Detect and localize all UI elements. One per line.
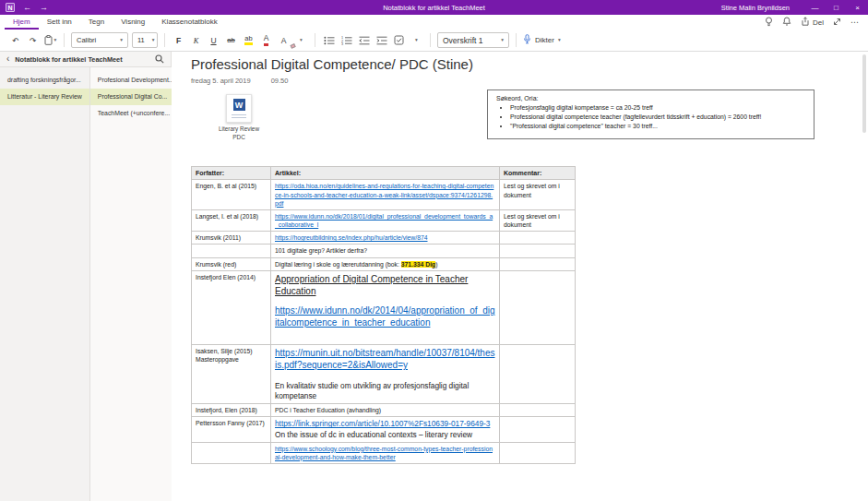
comment-cell: Lest og skrevet om i dokument	[500, 180, 576, 210]
tab-tegn[interactable]: Tegn	[80, 15, 113, 30]
word-attachment[interactable]: W Literary Review PDC	[214, 94, 264, 141]
ribbon-toolbar: ↶ ↷ ▾ Calibri▾ 11▾ F K U ab ab A A ▾ 123…	[0, 30, 868, 52]
minimize-button[interactable]: —	[804, 0, 826, 15]
separator	[164, 33, 165, 47]
article-link[interactable]: https://hogreutbildning.se/index.php/hu/…	[275, 234, 428, 241]
article-link[interactable]: https://link.springer.com/article/10.100…	[275, 419, 490, 428]
article-cell: https://www.idunn.no/dk/2018/01/digital_…	[271, 209, 500, 231]
outdent-button[interactable]	[357, 32, 372, 49]
navigation-sidebar: ‹ Notatblokk for artikkel TeachMeet draf…	[0, 52, 172, 501]
undo-button[interactable]: ↶	[8, 32, 23, 49]
author-cell: Krumsvik (red)	[192, 257, 271, 270]
share-button[interactable]: Del	[801, 17, 824, 28]
search-icon[interactable]	[155, 51, 164, 67]
style-select[interactable]: Overskrift 1▾	[437, 32, 509, 48]
article-link[interactable]: https://www.idunn.no/dk/2018/01/digital_…	[275, 213, 493, 228]
chevron-left-icon[interactable]: ‹	[6, 54, 9, 64]
bold-button[interactable]: F	[172, 32, 186, 49]
dictate-button[interactable]: Dikter ▾	[523, 34, 561, 46]
notebook-title[interactable]: Notatblokk for artikkel TeachMeet	[15, 55, 149, 64]
separator	[315, 33, 315, 47]
font-size-value: 11	[137, 36, 145, 44]
underline-button[interactable]: U	[207, 32, 221, 49]
page-date: fredag 5. april 2019 09.50	[191, 77, 288, 85]
page-item-teachmeet[interactable]: TeachMeet (+unconfere...	[90, 105, 182, 122]
table-row: Instefjord, Elen (2018) PDC i Teacher Ed…	[192, 404, 576, 417]
author-cell: Instefjord Elen (2014)	[192, 270, 271, 344]
account-name[interactable]: Stine Malin Brynildsen	[721, 4, 790, 12]
redo-button[interactable]: ↷	[26, 32, 41, 49]
share-label: Del	[813, 18, 824, 27]
style-value: Overskrift 1	[443, 36, 482, 45]
numbered-list-button[interactable]: 123	[339, 32, 354, 49]
clipboard-button[interactable]: ▾	[43, 32, 58, 49]
todo-tag-button[interactable]	[392, 32, 407, 49]
expand-icon[interactable]	[833, 18, 841, 28]
close-button[interactable]: ×	[847, 0, 868, 15]
author-cell: Pettersson Fanny (2017)	[192, 417, 271, 442]
notebook-header: ‹ Notatblokk for artikkel TeachMeet	[0, 52, 171, 67]
ribbon-tabs: Hjem Sett inn Tegn Visning Klassenotatbl…	[0, 15, 868, 30]
section-item-drafting[interactable]: drafting forskningsfrågor...	[0, 72, 89, 89]
word-file-icon: W	[226, 94, 252, 123]
article-cell: https://oda.hioa.no/en/guidelines-and-re…	[271, 180, 500, 210]
word-logo-icon: W	[233, 99, 245, 111]
forward-icon[interactable]: →	[40, 4, 48, 12]
bullet-list-button[interactable]	[322, 32, 337, 49]
keyword-note-box[interactable]: Søkeord, Oria: Profesjonsfaglig digital …	[487, 89, 814, 139]
page-title[interactable]: Professional Digital Competence/ PDC (St…	[191, 56, 473, 72]
page-item-professional-digital-co[interactable]: Professional Digital Co...	[90, 89, 182, 105]
strikethrough-button[interactable]: ab	[224, 32, 239, 49]
indent-button[interactable]	[375, 32, 389, 49]
share-icon	[801, 17, 810, 28]
lightbulb-icon[interactable]	[765, 17, 773, 29]
comment-cell	[500, 442, 576, 463]
table-row: Krumsvik (red) Digital læring i skole og…	[192, 257, 576, 270]
note-canvas[interactable]: Professional Digital Competence/ PDC (St…	[172, 52, 868, 501]
font-color-button[interactable]: A	[259, 32, 274, 49]
table-row: https://www.schoology.com/blog/three-mos…	[192, 442, 576, 463]
author-cell: Krumsvik (2011)	[192, 232, 271, 245]
comment-cell	[500, 344, 576, 403]
tab-hjem[interactable]: Hjem	[5, 15, 39, 30]
clear-format-glyph: A	[281, 36, 287, 45]
titlebar: N ← → Notatblokk for artikkel TeachMeet …	[0, 0, 868, 15]
literature-table[interactable]: Forfatter: Artikkel: Kommentar: Engen, B…	[191, 166, 576, 464]
article-link[interactable]: https://www.schoology.com/blog/three-mos…	[275, 446, 493, 460]
article-cell: https://hogreutbildning.se/index.php/hu/…	[271, 232, 500, 245]
article-cell: https://link.springer.com/article/10.100…	[271, 417, 500, 442]
article-text: )	[435, 261, 437, 268]
highlight-button[interactable]: ab	[242, 32, 256, 49]
tab-klassenotatblokk[interactable]: Klassenotatblokk	[153, 15, 225, 30]
bell-icon[interactable]	[782, 17, 791, 28]
tab-visning[interactable]: Visning	[113, 15, 153, 30]
more-button[interactable]: ⋯	[850, 18, 860, 27]
font-name-select[interactable]: Calibri▾	[71, 32, 128, 48]
separator	[516, 33, 517, 47]
article-cell: Appropriation of Digital Competence in T…	[271, 270, 500, 344]
table-row: Engen, B. et al (2015) https://oda.hioa.…	[192, 180, 576, 210]
font-size-select[interactable]: 11▾	[132, 32, 158, 48]
italic-button[interactable]: K	[189, 32, 204, 49]
section-item-litteratur[interactable]: Litteratur - Literary Review	[0, 89, 89, 105]
tab-sett-inn[interactable]: Sett inn	[39, 15, 80, 30]
article-link[interactable]: https://munin.uit.no/bitstream/handle/10…	[275, 348, 495, 371]
comment-cell	[500, 245, 576, 257]
author-cell: Instefjord, Elen (2018)	[192, 404, 271, 417]
comment-cell	[500, 270, 576, 344]
more-tags-button[interactable]: ▾	[410, 32, 424, 49]
scrollbar-thumb[interactable]	[862, 54, 866, 133]
maximize-button[interactable]: □	[826, 0, 847, 15]
clear-format-button[interactable]: A	[277, 32, 291, 49]
dictate-label: Dikter	[535, 36, 554, 44]
comment-cell	[500, 417, 576, 442]
separator	[64, 33, 65, 47]
onenote-logo-icon: N	[6, 3, 15, 12]
article-link[interactable]: https://www.idunn.no/dk/2014/04/appropri…	[275, 305, 495, 328]
back-icon[interactable]: ←	[23, 4, 31, 12]
article-link[interactable]: https://oda.hioa.no/en/guidelines-and-re…	[275, 183, 493, 206]
vertical-scrollbar[interactable]	[862, 54, 867, 497]
table-row: Krumsvik (2011) https://hogreutbildning.…	[192, 232, 576, 245]
page-item-professional-development[interactable]: Profesional Development...	[90, 72, 182, 89]
more-font-options-button[interactable]: ▾	[294, 32, 309, 49]
